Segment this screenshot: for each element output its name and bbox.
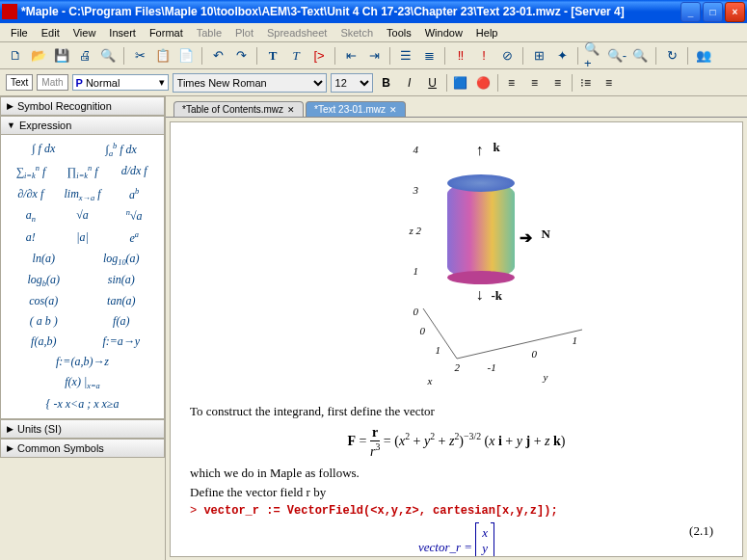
cut-icon[interactable]: ✂ [130,46,149,66]
menu-format[interactable]: Format [143,25,190,40]
expr-f2[interactable]: f(a,b) [5,334,83,349]
palette-units[interactable]: ▶Units (SI) [0,419,165,439]
expr-sum[interactable]: ∑i=kn f [5,164,57,180]
mode-text-button[interactable]: Text [6,74,33,91]
zoom-out-icon[interactable]: 🔍- [607,46,627,66]
expr-eval[interactable]: f(x) |x=a [5,375,160,390]
subsection-icon[interactable]: ≣ [419,46,439,66]
menu-spreadsheet[interactable]: Spreadsheet [260,25,333,40]
maple-input[interactable]: > vector_r := VectorField(<x,y,z>, carte… [190,504,723,518]
tab-active[interactable]: *Text 23-01.mwz✕ [306,101,406,117]
font-color-icon[interactable]: 🟦 [451,73,470,93]
indent-left-icon[interactable]: ⇤ [341,46,360,66]
expr-arrow[interactable]: f:=a→y [83,334,161,349]
palette-expression[interactable]: ▼Expression [0,116,165,135]
maximize-button[interactable]: □ [703,2,723,22]
expr-defint[interactable]: ∫ab f dx [83,142,161,158]
bookmark-icon[interactable]: ✦ [552,46,572,66]
expr-logb[interactable]: logb(a) [5,273,83,288]
expr-arrow2[interactable]: f:=(a,b)→z [5,355,160,369]
indent-right-icon[interactable]: ⇥ [364,46,384,66]
plot-3d[interactable]: ↑ k ➔ N ↓ -k 4 3 z 2 1 0 0 1 2 x -1 0 1 … [322,134,592,394]
menu-plot[interactable]: Plot [228,25,260,40]
save-icon[interactable]: 💾 [52,46,71,66]
underline-button[interactable]: U [423,73,442,93]
expr-binom[interactable]: ( a b ) [5,314,83,329]
close-icon[interactable]: ✕ [389,105,397,115]
zoom-in-icon[interactable]: 🔍+ [584,46,603,66]
expr-exp[interactable]: ea [108,230,160,246]
menu-window[interactable]: Window [418,25,469,40]
copy-icon[interactable]: 📋 [153,46,173,66]
chevron-right-icon: ▶ [7,424,13,434]
expr-sqrt[interactable]: √a [57,208,109,224]
expr-partial[interactable]: ∂/∂x f [5,187,57,202]
expr-tan[interactable]: tan(a) [83,294,161,308]
expr-deriv[interactable]: d/dx f [108,164,160,180]
chevron-right-icon: ▶ [7,101,13,111]
paste-icon[interactable]: 📄 [176,46,196,66]
mode-math-button[interactable]: Math [37,74,67,91]
bullets-icon[interactable]: ⁝≡ [576,73,596,93]
font-select[interactable]: Times New Roman [173,73,327,93]
restart-icon[interactable]: ↻ [662,46,681,66]
redo-icon[interactable]: ↷ [231,46,251,66]
exec-step-icon[interactable]: ! [474,46,494,66]
new-icon[interactable]: 🗋 [6,46,25,66]
prompt-icon[interactable]: [> [309,46,329,66]
numbered-icon[interactable]: ≡ [600,73,619,93]
menu-tools[interactable]: Tools [380,25,418,40]
italic-button[interactable]: I [400,73,419,93]
palette-common-symbols[interactable]: ▶Common Symbols [0,439,165,458]
help-icon[interactable]: 👥 [694,46,713,66]
expr-ln[interactable]: ln(a) [5,252,83,267]
palette-symbol-recognition[interactable]: ▶Symbol Recognition [0,96,165,116]
close-icon[interactable]: ✕ [287,105,295,115]
expr-integral[interactable]: ∫ f dx [5,142,83,158]
preview-icon[interactable]: 🔍 [98,46,118,66]
align-right-icon[interactable]: ≡ [548,73,568,93]
menu-help[interactable]: Help [469,25,505,40]
expr-sin[interactable]: sin(a) [83,273,161,288]
stop-icon[interactable]: ⊘ [497,46,517,66]
minimize-button[interactable]: _ [680,2,701,22]
expr-piecewise[interactable]: { -x x<a ; x x≥a [5,397,160,412]
para-style[interactable]: Normal [86,77,120,89]
expr-prod[interactable]: ∏i=kn f [57,164,109,180]
align-center-icon[interactable]: ≡ [525,73,545,93]
align-left-icon[interactable]: ≡ [502,73,521,93]
exec-icon[interactable]: ‼ [451,46,470,66]
math-mode-icon[interactable]: T [286,46,306,66]
tab-toc[interactable]: *Table of Contents.mwz✕ [173,101,304,117]
menu-edit[interactable]: Edit [35,25,67,40]
maple-output: vector_r = xyz (2.1) [190,523,723,557]
close-button[interactable]: × [725,2,745,22]
expr-cos[interactable]: cos(a) [5,294,83,308]
menu-sketch[interactable]: Sketch [333,25,380,40]
menu-insert[interactable]: Insert [102,25,143,40]
expr-limit[interactable]: limx→a f [57,187,109,202]
equation-number: (2.1) [689,523,713,539]
zoom-reset-icon[interactable]: 🔍 [630,46,650,66]
size-select[interactable]: 12 [331,73,373,93]
print-icon[interactable]: 🖨 [75,46,94,66]
expr-sub[interactable]: an [5,208,57,224]
expr-fapply[interactable]: f(a) [83,314,161,329]
expr-nroot[interactable]: n√a [108,208,160,224]
text-mode-icon[interactable]: T [263,46,282,66]
open-icon[interactable]: 📂 [29,46,48,66]
expr-abs[interactable]: |a| [57,230,109,246]
menu-file[interactable]: File [4,25,35,40]
expr-power[interactable]: ab [108,187,160,202]
menu-table[interactable]: Table [190,25,228,40]
bold-button[interactable]: B [377,73,396,93]
expr-log10[interactable]: log10(a) [83,252,161,267]
expr-fact[interactable]: a! [5,230,57,246]
document-canvas[interactable]: ↑ k ➔ N ↓ -k 4 3 z 2 1 0 0 1 2 x -1 0 1 … [170,121,743,557]
highlight-icon[interactable]: 🔴 [474,73,494,93]
tabgrid-icon[interactable]: ⊞ [529,46,548,66]
menu-view[interactable]: View [67,25,103,40]
undo-icon[interactable]: ↶ [208,46,227,66]
arrow-down-icon: ↓ [476,286,484,304]
section-icon[interactable]: ☰ [396,46,415,66]
